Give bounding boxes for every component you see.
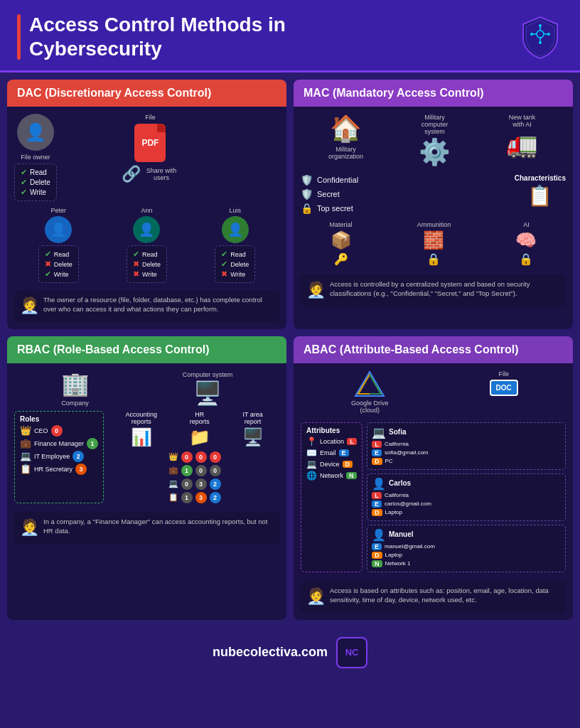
attrs-title: Attributes xyxy=(306,427,357,434)
abac-attrs-box: Attributes 📍 Location L ✉️ Email E � xyxy=(301,422,362,572)
dac-owner: 👤 File owner ✔Read ✔Delete ✔Write xyxy=(14,114,57,201)
ann-avatar: 👤 xyxy=(133,216,160,243)
location-icon: 📍 xyxy=(306,437,317,446)
dac-description: 🧑‍💼 The owner of a resource (file, folde… xyxy=(14,290,279,322)
pdf-icon: PDF xyxy=(134,124,166,162)
location-key: L xyxy=(347,438,357,445)
role-hr: 📋 HR Secretary 3 xyxy=(20,464,98,475)
dac-user-peter: Peter 👤 ✔Read ✖Delete ✔Write xyxy=(38,207,79,283)
abac-gdrive: Google Drive (cloud) xyxy=(348,370,391,414)
rbac-desc-avatar: 🧑‍💼 xyxy=(20,517,39,539)
abac-desc-avatar: 🧑‍💼 xyxy=(306,586,326,608)
share-icon: 🔗 xyxy=(122,165,141,183)
it-report-icon: 🖥️ xyxy=(242,427,264,447)
tank-icon: 🚛 xyxy=(506,129,538,159)
rbac-diagram: 🏢 Company Computer system 🖥️ Roles 👑 xyxy=(14,370,279,613)
dac-body: 👤 File owner ✔Read ✔Delete ✔Write File P… xyxy=(7,107,286,329)
computer-label: Computer system xyxy=(183,371,233,378)
characteristics-icon: 📋 xyxy=(527,184,552,208)
abac-file: File DOC xyxy=(490,370,518,396)
rbac-title: RBAC (Role-Based Access Control) xyxy=(17,343,210,355)
finance-icon: 💼 xyxy=(20,438,31,449)
mac-desc-avatar: 🧑‍💼 xyxy=(306,279,326,301)
company-label: Company xyxy=(61,400,89,407)
ceo-icon: 👑 xyxy=(20,425,31,436)
svg-point-7 xyxy=(530,33,533,36)
ceo-badge: 0 xyxy=(51,425,63,437)
mac-desc-text: Access is controlled by a centralized sy… xyxy=(330,279,560,299)
mac-title: MAC (Mandatory Access Control) xyxy=(304,87,484,99)
sofia-avatar: 💻 xyxy=(372,426,386,439)
attr-location: 📍 Location L xyxy=(306,437,357,446)
owner-perms: ✔Read ✔Delete ✔Write xyxy=(14,164,57,201)
email-icon: ✉️ xyxy=(306,448,317,458)
luis-avatar: 👤 xyxy=(222,216,249,243)
abac-user-manuel: 👤 Manuel Emanuel@gmail.com DLaptop NNetw… xyxy=(367,525,566,572)
dac-desc-text: The owner of a resource (file, folder, d… xyxy=(43,295,274,314)
device-key: D xyxy=(343,461,353,468)
hr-icon: 📋 xyxy=(20,464,31,474)
carlos-name: Carlos xyxy=(389,479,411,487)
topsecret-icon: 🔒 xyxy=(301,203,313,214)
manuel-name: Manuel xyxy=(389,530,413,538)
mac-classifications: 🛡️ Confidential 🛡️ Secret 🔒 Top secret xyxy=(301,174,358,214)
dac-header: DAC (Discretionary Access Control) xyxy=(7,80,286,107)
gdrive-label: Google Drive (cloud) xyxy=(348,400,391,414)
confidential-icon: 🛡️ xyxy=(301,174,313,186)
it-report: IT areareport 🖥️ xyxy=(242,411,264,447)
role-it: 💻 IT Employee 2 xyxy=(20,451,98,462)
mac-card: MAC (Mandatory Access Control) 🏠 Militar… xyxy=(294,80,573,329)
secret-icon: 🛡️ xyxy=(301,188,313,200)
military-org-icon: 🏠 xyxy=(330,114,362,144)
title-line1: Access Control Methods in xyxy=(29,13,286,37)
email-key: E xyxy=(339,449,349,456)
abac-title: ABAC (Attribute-Based Access Control) xyxy=(304,343,519,355)
rbac-body: 🏢 Company Computer system 🖥️ Roles 👑 xyxy=(7,363,286,620)
footer: nubecolectiva.com NC xyxy=(0,627,580,678)
abac-desc-text: Access is based on attributes such as: p… xyxy=(330,586,560,605)
mac-top-row: 🏠 Militaryorganization Militarycomputers… xyxy=(301,114,566,167)
role-ceo: 👑 CEO 0 xyxy=(20,425,98,437)
role-finance: 💼 Finance Manager 1 xyxy=(20,438,98,449)
dac-users-row: Peter 👤 ✔Read ✖Delete ✔Write Ann 👤 xyxy=(14,207,279,283)
abac-description: 🧑‍💼 Access is based on attributes such a… xyxy=(301,581,566,613)
file-label-abac: File xyxy=(498,370,509,378)
ammunition-icon: 🧱 xyxy=(423,230,444,250)
material-icon: 📦 xyxy=(331,230,352,250)
it-badge: 2 xyxy=(72,451,84,462)
mac-body: 🏠 Militaryorganization Militarycomputers… xyxy=(294,107,573,329)
rbac-description: 🧑‍💼 In a company, a "Finance Manager" ca… xyxy=(14,512,279,544)
share-label: Share with users xyxy=(144,167,179,181)
page-title: Access Control Methods in Cybersecurity xyxy=(29,13,286,60)
mac-material: Material 📦 🔑 xyxy=(330,221,353,266)
carlos-avatar: 👤 xyxy=(372,477,386,491)
manuel-avatar: 👤 xyxy=(372,528,386,542)
dac-card: DAC (Discretionary Access Control) 👤 Fil… xyxy=(7,80,286,329)
abac-header: ABAC (Attribute-Based Access Control) xyxy=(294,336,573,363)
mac-sub-entities: Material 📦 🔑 Ammunition 🧱 🔒 AI 🧠 🔒 xyxy=(301,221,566,266)
computer-icon: 🖥️ xyxy=(193,380,222,407)
ai-icon: 🧠 xyxy=(515,230,537,250)
footer-website: nubecolectiva.com xyxy=(213,645,328,660)
accent-bar xyxy=(17,14,21,60)
mac-description: 🧑‍💼 Access is controlled by a centralize… xyxy=(301,274,566,306)
abac-user-sofia: 💻 Sofia LCalifornia Esofia@gmail.com DPC xyxy=(367,422,566,470)
rbac-header: RBAC (Role-Based Access Control) xyxy=(7,336,286,363)
title-line2: Cybersecurity xyxy=(29,37,286,61)
it-icon: 💻 xyxy=(20,451,31,461)
rbac-company: 🏢 Company xyxy=(61,370,90,407)
footer-logo: NC xyxy=(336,637,367,668)
abac-diagram: Google Drive (cloud) File DOC Attributes… xyxy=(301,370,566,613)
mac-diagram: 🏠 Militaryorganization Militarycomputers… xyxy=(301,114,566,322)
attr-device: 💻 Device D xyxy=(306,459,357,469)
file-label: File xyxy=(145,114,156,121)
sofia-name: Sofia xyxy=(389,428,406,436)
accounting-icon: 📊 xyxy=(131,427,152,447)
device-icon: 💻 xyxy=(306,459,317,469)
roles-title: Roles xyxy=(20,415,98,423)
mac-ai: AI 🧠 🔒 xyxy=(515,221,537,266)
header-left: Access Control Methods in Cybersecurity xyxy=(17,13,286,60)
main-grid: DAC (Discretionary Access Control) 👤 Fil… xyxy=(0,73,580,627)
owner-avatar: 👤 xyxy=(17,114,54,151)
peter-avatar: 👤 xyxy=(45,216,72,243)
